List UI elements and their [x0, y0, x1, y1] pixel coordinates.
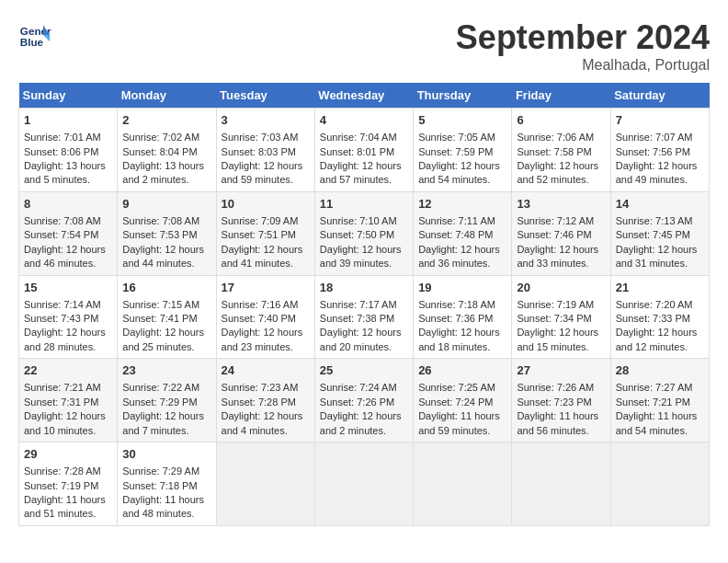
day-info-line: Sunrise: 7:07 AM — [616, 131, 704, 144]
day-info-line: Sunset: 8:06 PM — [24, 145, 112, 159]
calendar-cell: 28Sunrise: 7:27 AMSunset: 7:21 PMDayligh… — [610, 359, 709, 442]
day-info-line: and 54 minutes. — [418, 173, 506, 187]
day-info-line: Sunset: 7:46 PM — [517, 228, 605, 242]
day-info-line: Daylight: 12 hours — [222, 243, 310, 257]
day-info-line: Sunrise: 7:29 AM — [122, 465, 210, 478]
calendar-cell: 23Sunrise: 7:22 AMSunset: 7:29 PMDayligh… — [118, 359, 216, 442]
day-number: 7 — [616, 112, 704, 129]
day-info-line: and 44 minutes. — [122, 257, 210, 270]
day-info-line: Sunset: 7:29 PM — [122, 396, 210, 409]
calendar-cell: 19Sunrise: 7:18 AMSunset: 7:36 PMDayligh… — [414, 275, 512, 359]
day-info-line: Sunrise: 7:19 AM — [517, 298, 605, 312]
day-info-line: and 2 minutes. — [122, 173, 210, 187]
day-number: 4 — [320, 112, 408, 129]
day-number: 14 — [616, 196, 704, 213]
day-info-line: and 25 minutes. — [122, 340, 210, 354]
day-info-line: Daylight: 13 hours — [24, 159, 112, 173]
day-info-line: Daylight: 12 hours — [222, 409, 310, 423]
calendar-cell: 21Sunrise: 7:20 AMSunset: 7:33 PMDayligh… — [610, 275, 709, 359]
day-info-line: and 51 minutes. — [24, 507, 112, 521]
title-block: September 2024 Mealhada, Portugal — [456, 18, 710, 74]
day-number: 26 — [418, 362, 506, 379]
day-info-line: Daylight: 13 hours — [122, 159, 210, 173]
day-info-line: and 15 minutes. — [517, 340, 605, 354]
day-number: 9 — [122, 196, 210, 213]
day-info-line: Sunset: 7:56 PM — [616, 145, 704, 159]
day-info-line: Sunrise: 7:21 AM — [24, 381, 112, 395]
day-info-line: Sunset: 7:41 PM — [122, 312, 210, 326]
day-number: 20 — [517, 280, 605, 296]
column-header-monday: Monday — [118, 83, 216, 109]
day-number: 18 — [320, 280, 408, 296]
logo-icon: General Blue — [18, 18, 51, 52]
day-info-line: Daylight: 12 hours — [24, 326, 112, 339]
calendar-cell: 18Sunrise: 7:17 AMSunset: 7:38 PMDayligh… — [314, 275, 413, 359]
day-info-line: Daylight: 12 hours — [517, 159, 605, 173]
calendar-cell: 3Sunrise: 7:03 AMSunset: 8:03 PMDaylight… — [216, 109, 314, 192]
column-header-tuesday: Tuesday — [216, 83, 314, 109]
calendar-cell: 20Sunrise: 7:19 AMSunset: 7:34 PMDayligh… — [512, 275, 610, 359]
calendar-cell — [610, 442, 709, 526]
day-info-line: Daylight: 12 hours — [616, 243, 704, 257]
day-info-line: Sunset: 7:26 PM — [320, 396, 408, 409]
day-info-line: Sunset: 7:18 PM — [122, 479, 210, 493]
day-info-line: Sunset: 7:50 PM — [320, 228, 408, 242]
day-info-line: and 52 minutes. — [517, 173, 605, 187]
day-info-line: Sunrise: 7:17 AM — [320, 298, 408, 312]
calendar-cell — [216, 442, 314, 526]
day-info-line: Sunrise: 7:25 AM — [418, 381, 506, 395]
day-info-line: and 39 minutes. — [320, 257, 408, 270]
day-info-line: Sunset: 7:31 PM — [24, 396, 112, 409]
day-info-line: Daylight: 12 hours — [122, 409, 210, 423]
day-info-line: and 7 minutes. — [122, 424, 210, 438]
day-info-line: Daylight: 12 hours — [222, 326, 310, 339]
day-number: 3 — [222, 112, 310, 129]
day-info-line: Sunrise: 7:20 AM — [616, 298, 704, 312]
day-info-line: Sunrise: 7:18 AM — [418, 298, 506, 312]
day-info-line: Sunset: 7:43 PM — [24, 312, 112, 326]
calendar-table: SundayMondayTuesdayWednesdayThursdayFrid… — [18, 83, 710, 526]
day-info-line: Sunset: 7:54 PM — [24, 228, 112, 242]
day-info-line: Daylight: 12 hours — [616, 326, 704, 339]
day-info-line: and 23 minutes. — [222, 340, 310, 354]
day-number: 13 — [517, 196, 605, 213]
day-info-line: Sunset: 8:03 PM — [222, 145, 310, 159]
day-info-line: Daylight: 12 hours — [418, 243, 506, 257]
day-info-line: Sunset: 7:28 PM — [222, 396, 310, 409]
location: Mealhada, Portugal — [456, 57, 710, 74]
day-info-line: and 31 minutes. — [616, 257, 704, 270]
day-info-line: Sunrise: 7:13 AM — [616, 214, 704, 228]
header-row: SundayMondayTuesdayWednesdayThursdayFrid… — [19, 83, 710, 109]
day-number: 30 — [122, 446, 210, 463]
day-info-line: Sunset: 7:24 PM — [418, 396, 506, 409]
day-info-line: and 28 minutes. — [24, 340, 112, 354]
day-info-line: Sunrise: 7:06 AM — [517, 131, 605, 144]
day-info-line: Sunrise: 7:09 AM — [222, 214, 310, 228]
day-info-line: Sunrise: 7:28 AM — [24, 465, 112, 478]
day-info-line: Daylight: 11 hours — [616, 409, 704, 423]
day-number: 8 — [24, 196, 112, 213]
calendar-week-2: 8Sunrise: 7:08 AMSunset: 7:54 PMDaylight… — [19, 191, 710, 275]
day-info-line: Daylight: 12 hours — [320, 326, 408, 339]
logo: General Blue — [18, 18, 51, 52]
day-info-line: Sunrise: 7:08 AM — [122, 214, 210, 228]
column-header-thursday: Thursday — [414, 83, 512, 109]
day-info-line: Daylight: 12 hours — [320, 243, 408, 257]
day-info-line: Sunrise: 7:02 AM — [122, 131, 210, 144]
day-info-line: Sunrise: 7:12 AM — [517, 214, 605, 228]
calendar-cell: 25Sunrise: 7:24 AMSunset: 7:26 PMDayligh… — [314, 359, 413, 442]
day-info-line: Sunrise: 7:14 AM — [24, 298, 112, 312]
day-info-line: and 49 minutes. — [616, 173, 704, 187]
calendar-cell: 1Sunrise: 7:01 AMSunset: 8:06 PMDaylight… — [19, 109, 118, 192]
month-title: September 2024 — [456, 18, 710, 57]
calendar-cell: 12Sunrise: 7:11 AMSunset: 7:48 PMDayligh… — [414, 191, 512, 275]
day-info-line: and 18 minutes. — [418, 340, 506, 354]
day-info-line: Sunset: 7:33 PM — [616, 312, 704, 326]
day-info-line: Sunrise: 7:22 AM — [122, 381, 210, 395]
calendar-cell: 24Sunrise: 7:23 AMSunset: 7:28 PMDayligh… — [216, 359, 314, 442]
day-number: 2 — [122, 112, 210, 129]
day-info-line: and 59 minutes. — [222, 173, 310, 187]
day-info-line: Daylight: 12 hours — [222, 159, 310, 173]
day-number: 10 — [222, 196, 310, 213]
day-info-line: Sunset: 7:58 PM — [517, 145, 605, 159]
